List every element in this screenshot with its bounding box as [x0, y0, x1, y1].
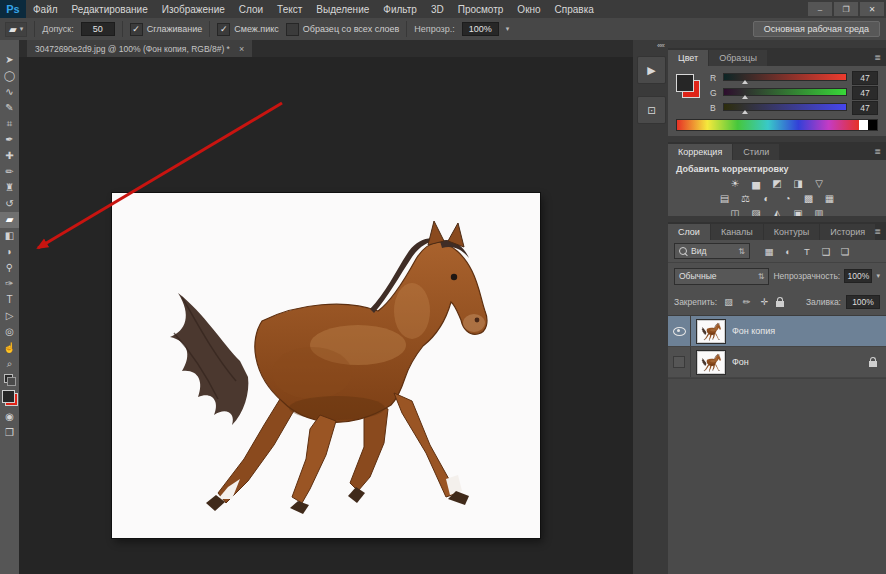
lock-pixels-icon[interactable]: ✏ — [740, 296, 753, 309]
color-balance-icon[interactable]: ⚖ — [737, 191, 754, 205]
sample-all-layers-checkbox[interactable] — [286, 23, 299, 36]
layer-thumbnail[interactable] — [697, 351, 725, 374]
channel-mixer-icon[interactable]: ▩ — [800, 191, 817, 205]
spectrum-white-chip[interactable] — [859, 120, 868, 130]
gradient-tool[interactable]: ◧ — [0, 228, 19, 244]
blue-slider-handle[interactable] — [742, 110, 748, 114]
visibility-cell[interactable] — [668, 316, 691, 346]
brush-tool[interactable]: ✏ — [0, 164, 19, 180]
layer-row-bg[interactable]: Фон — [668, 347, 886, 378]
foreground-color-swatch[interactable] — [676, 74, 694, 92]
vibrance-icon[interactable]: ▽ — [811, 176, 828, 190]
red-value-input[interactable]: 47 — [852, 71, 878, 85]
color-swatches[interactable] — [2, 390, 18, 406]
tab-layers[interactable]: Слои — [668, 224, 710, 240]
tab-history[interactable]: История — [820, 224, 875, 240]
lock-all-icon[interactable] — [776, 301, 784, 307]
filter-kind-dropdown[interactable]: Вид ⇅ — [674, 243, 750, 259]
menu-layers[interactable]: Слои — [232, 4, 270, 15]
layer-row-bg-copy[interactable]: Фон копия — [668, 316, 886, 347]
healing-brush-tool[interactable]: ✚ — [0, 148, 19, 164]
collapse-panels-icon[interactable]: «« — [657, 41, 664, 50]
chevron-down-icon[interactable]: ▾ — [876, 272, 880, 280]
dodge-tool[interactable]: ⚲ — [0, 260, 19, 276]
black-white-icon[interactable]: ◐ — [758, 191, 775, 205]
tab-color[interactable]: Цвет — [668, 50, 708, 66]
magic-eraser-tool[interactable]: ▰ — [0, 212, 19, 228]
blur-tool[interactable]: ◗ — [0, 244, 19, 260]
restore-button[interactable]: ❐ — [834, 2, 858, 16]
filter-adjustment-layers-icon[interactable]: ◐ — [781, 244, 795, 258]
contiguous-option[interactable]: ✓ Смеж.пикс — [217, 23, 279, 36]
tab-adjustments[interactable]: Коррекция — [668, 144, 732, 160]
marquee-tool[interactable]: ◯ — [0, 68, 19, 84]
swap-colors-icon[interactable] — [4, 374, 16, 386]
foreground-color-swatch[interactable] — [2, 390, 15, 403]
minimize-button[interactable]: – — [808, 2, 832, 16]
quick-mask-button[interactable]: ◉ — [0, 409, 19, 425]
menu-3d[interactable]: 3D — [424, 4, 451, 15]
antialias-option[interactable]: ✓ Сглаживание — [130, 23, 203, 36]
contiguous-checkbox[interactable]: ✓ — [217, 23, 230, 36]
photo-filter-icon[interactable]: ◔ — [779, 191, 796, 205]
tab-close-icon[interactable]: × — [239, 44, 244, 54]
tab-channels[interactable]: Каналы — [711, 224, 763, 240]
chevron-down-icon[interactable]: ▾ — [506, 25, 510, 33]
blend-mode-dropdown[interactable]: Обычные ⇅ — [674, 268, 769, 285]
panel-menu-icon[interactable]: ≣ — [874, 53, 881, 62]
blue-slider[interactable] — [723, 102, 847, 114]
menu-select[interactable]: Выделение — [309, 4, 376, 15]
type-tool[interactable]: T — [0, 292, 19, 308]
filter-shape-layers-icon[interactable]: ❑ — [819, 244, 833, 258]
menu-view[interactable]: Просмотр — [451, 4, 511, 15]
spectrum-black-chip[interactable] — [868, 120, 877, 130]
path-selection-tool[interactable]: ▷ — [0, 308, 19, 324]
red-slider[interactable] — [723, 72, 847, 84]
lock-transparency-icon[interactable]: ▨ — [722, 296, 735, 309]
close-button[interactable]: ✕ — [860, 2, 884, 16]
clone-source-panel-button[interactable]: ⊡ — [637, 96, 666, 124]
tab-styles[interactable]: Стили — [733, 144, 779, 160]
brightness-contrast-icon[interactable]: ☀ — [727, 176, 744, 190]
menu-filter[interactable]: Фильтр — [376, 4, 424, 15]
green-slider[interactable] — [723, 87, 847, 99]
blue-value-input[interactable]: 47 — [852, 101, 878, 115]
spectrum-gradient[interactable] — [677, 120, 859, 130]
horse-image[interactable] — [112, 193, 540, 538]
history-brush-tool[interactable]: ↺ — [0, 196, 19, 212]
eye-icon[interactable] — [673, 327, 686, 336]
layer-name[interactable]: Фон копия — [732, 326, 886, 336]
curves-icon[interactable]: ◩ — [769, 176, 786, 190]
color-swatch-pair[interactable] — [676, 74, 700, 98]
crop-tool[interactable]: ⌗ — [0, 116, 19, 132]
eyedropper-tool[interactable]: ✒ — [0, 132, 19, 148]
workspace-button[interactable]: Основная рабочая среда — [753, 21, 880, 37]
hue-saturation-icon[interactable]: ▤ — [716, 191, 733, 205]
color-lookup-icon[interactable]: ▦ — [821, 191, 838, 205]
ellipse-tool[interactable]: ◎ — [0, 324, 19, 340]
quick-selection-tool[interactable]: ✎ — [0, 100, 19, 116]
layer-fill-input[interactable]: 100% — [846, 295, 880, 309]
lasso-tool[interactable]: ∿ — [0, 84, 19, 100]
levels-icon[interactable]: ▅ — [748, 176, 765, 190]
document-tab[interactable]: 30472690e2d9.jpg @ 100% (Фон копия, RGB/… — [27, 40, 252, 57]
visibility-cell[interactable] — [668, 347, 691, 377]
panel-menu-icon[interactable]: ≣ — [874, 227, 881, 236]
red-slider-handle[interactable] — [742, 80, 748, 84]
clone-stamp-tool[interactable]: ♜ — [0, 180, 19, 196]
panel-menu-icon[interactable]: ≣ — [874, 147, 881, 156]
hand-tool[interactable]: ☝ — [0, 340, 19, 356]
antialias-checkbox[interactable]: ✓ — [130, 23, 143, 36]
filter-pixel-layers-icon[interactable]: ▦ — [762, 244, 776, 258]
tolerance-input[interactable]: 50 — [81, 22, 115, 36]
sample-all-layers-option[interactable]: Образец со всех слоев — [286, 23, 400, 36]
menu-image[interactable]: Изображение — [155, 4, 232, 15]
menu-file[interactable]: Файл — [26, 4, 65, 15]
layer-thumbnail[interactable] — [697, 320, 725, 343]
menu-edit[interactable]: Редактирование — [65, 4, 155, 15]
visibility-checkbox-empty[interactable] — [673, 356, 685, 368]
tab-paths[interactable]: Контуры — [764, 224, 819, 240]
lock-position-icon[interactable]: ✛ — [758, 296, 771, 309]
exposure-icon[interactable]: ◨ — [790, 176, 807, 190]
menu-help[interactable]: Справка — [548, 4, 601, 15]
